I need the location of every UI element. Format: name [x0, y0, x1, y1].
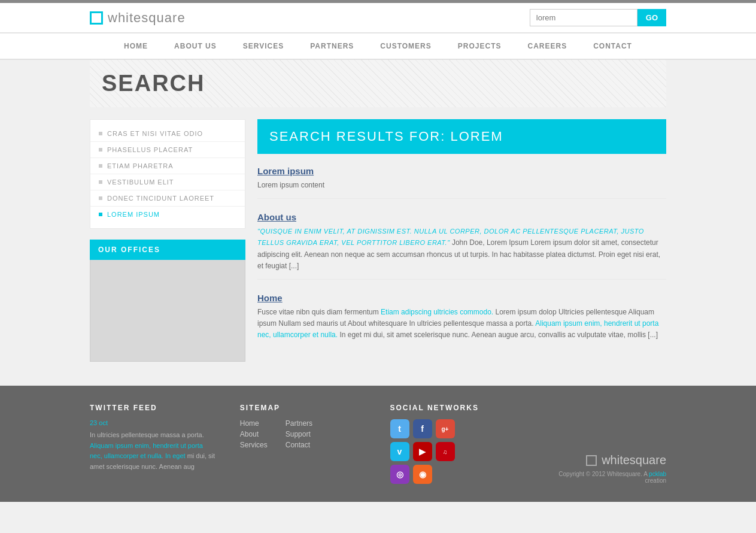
social-rss-icon[interactable]: ◉ [413, 465, 432, 484]
result-title[interactable]: Lorem ipsum [257, 166, 666, 176]
list-item[interactable]: PHASELLUS PLACERAT [90, 142, 245, 158]
footer-twitter-title: TWITTER FEED [90, 404, 216, 412]
copyright-text: Copyright © 2012 Whitesquare. A [558, 471, 649, 477]
nav-link-partners[interactable]: PARTNERS [297, 34, 367, 59]
result-item: Lorem ipsum Lorem ipsum content [257, 166, 666, 199]
bullet-icon [99, 164, 102, 168]
search-bar: GO [530, 9, 666, 26]
result-content: "QUISQUE IN ENIM VELIT, AT DIGNISSIM EST… [257, 226, 666, 272]
footer-brand: whitesquare Copyright © 2012 Whitesquare… [540, 404, 666, 484]
sidebar-link-label: LOREM IPSUM [107, 211, 160, 218]
sidebar-link-label: CRAS ET NISI VITAE ODIO [107, 130, 203, 137]
nav-item-customers[interactable]: CUSTOMERS [367, 34, 444, 59]
search-button[interactable]: GO [637, 9, 666, 26]
social-facebook-icon[interactable]: f [413, 419, 432, 438]
logo: whitesquare [90, 10, 186, 26]
nav-link-about[interactable]: ABOUT US [161, 34, 230, 59]
offices-map [90, 260, 245, 362]
sitemap-columns: Home About Services Partners Support Con… [240, 419, 366, 449]
copyright-suffix: creation [645, 477, 666, 484]
social-twitter-icon[interactable]: t [390, 419, 409, 438]
sitemap-link-partners[interactable]: Partners [286, 419, 312, 428]
page-title-bar: SEARCH [90, 60, 666, 107]
list-item[interactable]: CRAS ET NISI VITAE ODIO [90, 126, 245, 142]
bullet-icon [99, 132, 102, 135]
sidebar: CRAS ET NISI VITAE ODIO PHASELLUS PLACER… [90, 119, 245, 362]
bullet-icon [99, 148, 102, 152]
header: whitesquare GO [0, 3, 756, 33]
footer-logo-text: whitesquare [602, 453, 666, 467]
bullet-icon [99, 180, 102, 184]
social-lastfm-icon[interactable]: ♫ [436, 442, 455, 461]
sitemap-link-home[interactable]: Home [240, 419, 268, 428]
footer: TWITTER FEED 23 oct In ultricies pellent… [0, 386, 756, 502]
list-item[interactable]: VESTIBULUM ELIT [90, 174, 245, 190]
sitemap-link-contact[interactable]: Contact [286, 441, 312, 449]
footer-twitter: TWITTER FEED 23 oct In ultricies pellent… [90, 404, 216, 484]
bullet-icon [99, 213, 102, 216]
result-item: About us "QUISQUE IN ENIM VELIT, AT DIGN… [257, 212, 666, 280]
copyright-link[interactable]: pcklab [649, 471, 666, 477]
result-title[interactable]: Home [257, 293, 666, 303]
social-icons: t f g+ v ▶ ♫ ◎ ◉ [390, 419, 462, 484]
nav-item-partners[interactable]: PARTNERS [297, 34, 367, 59]
sidebar-link-list: CRAS ET NISI VITAE ODIO PHASELLUS PLACER… [90, 119, 245, 229]
result-content: Lorem ipsum content [257, 180, 666, 191]
logo-text: whitesquare [108, 10, 186, 26]
footer-twitter-text: In ultricies pellentesque massa a porta.… [90, 430, 216, 472]
result-item: Home Fusce vitae nibn quis diam fermentu… [257, 293, 666, 349]
sitemap-link-services[interactable]: Services [240, 441, 268, 449]
main-nav: HOME ABOUT US SERVICES PARTNERS CUSTOMER… [0, 33, 756, 60]
footer-sitemap-title: SITEMAP [240, 404, 366, 412]
social-instagram-icon[interactable]: ◎ [390, 465, 409, 484]
social-vimeo-icon[interactable]: v [390, 442, 409, 461]
nav-item-about[interactable]: ABOUT US [161, 34, 230, 59]
nav-link-careers[interactable]: CAREERS [514, 34, 580, 59]
sidebar-link-label: ETIAM PHARETRA [107, 162, 174, 169]
nav-item-contact[interactable]: CONTACT [580, 34, 645, 59]
nav-link-customers[interactable]: CUSTOMERS [367, 34, 444, 59]
nav-link-home[interactable]: HOME [111, 34, 161, 59]
offices-box: OUR OFFICES [90, 240, 245, 362]
list-item[interactable]: LOREM IPSUM [90, 207, 245, 222]
result-quote: "QUISQUE IN ENIM VELIT, AT DIGNISSIM EST… [257, 228, 644, 246]
nav-link-services[interactable]: SERVICES [230, 34, 297, 59]
list-item[interactable]: DONEC TINCIDUNT LAOREET [90, 190, 245, 207]
sidebar-link-label: PHASELLUS PLACERAT [107, 146, 193, 153]
result-content: Fusce vitae nibn quis diam fermentum Eti… [257, 307, 666, 341]
nav-item-home[interactable]: HOME [111, 34, 161, 59]
nav-list: HOME ABOUT US SERVICES PARTNERS CUSTOMER… [0, 34, 756, 59]
results-header: SEARCH RESULTS FOR: LOREM [257, 119, 666, 154]
sitemap-col-1: Home About Services [240, 419, 268, 449]
nav-item-careers[interactable]: CAREERS [514, 34, 580, 59]
social-google-icon[interactable]: g+ [436, 419, 455, 438]
footer-twitter-date: 23 oct [90, 419, 216, 426]
logo-icon [90, 11, 103, 25]
sidebar-link-label: VESTIBULUM ELIT [107, 178, 174, 186]
nav-item-services[interactable]: SERVICES [230, 34, 297, 59]
highlight-text: Etiam adipscing ultricies commodo. [381, 308, 493, 316]
footer-twitter-link[interactable]: Aliquam ipsum enim, hendrerit ut porta n… [90, 442, 203, 460]
footer-inner: TWITTER FEED 23 oct In ultricies pellent… [90, 404, 666, 484]
sidebar-link-label: DONEC TINCIDUNT LAOREET [107, 195, 214, 202]
sitemap-link-about[interactable]: About [240, 430, 268, 438]
search-results: SEARCH RESULTS FOR: LOREM Lorem ipsum Lo… [257, 119, 666, 362]
social-youtube-icon[interactable]: ▶ [413, 442, 432, 461]
footer-social: SOCIAL NETWORKS t f g+ v ▶ ♫ ◎ ◉ [390, 404, 517, 484]
nav-link-projects[interactable]: PROJECTS [445, 34, 515, 59]
page-title: SEARCH [102, 71, 654, 96]
footer-copyright: Copyright © 2012 Whitesquare. A pcklab c… [540, 471, 666, 484]
bullet-icon [99, 196, 102, 200]
list-item[interactable]: ETIAM PHARETRA [90, 158, 245, 174]
highlight-text: Aliquam ipsum enim, hendrerit ut porta n… [257, 319, 658, 339]
offices-header: OUR OFFICES [90, 240, 245, 260]
footer-logo-icon [586, 455, 597, 466]
search-input[interactable] [530, 9, 637, 26]
result-title[interactable]: About us [257, 212, 666, 222]
footer-social-title: SOCIAL NETWORKS [390, 404, 517, 412]
footer-logo: whitesquare [586, 453, 666, 467]
nav-link-contact[interactable]: CONTACT [580, 34, 645, 59]
sitemap-link-support[interactable]: Support [286, 430, 312, 438]
nav-item-projects[interactable]: PROJECTS [445, 34, 515, 59]
footer-sitemap: SITEMAP Home About Services Partners Sup… [240, 404, 366, 484]
